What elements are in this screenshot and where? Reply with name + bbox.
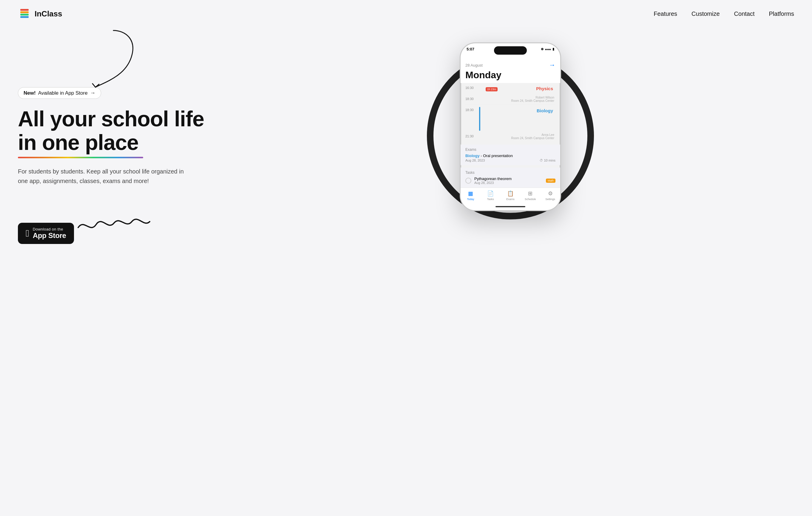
teacher-name: Robert Wilson — [483, 96, 554, 99]
tasks-tab-icon: 📄 — [487, 190, 494, 197]
teacher-name: Anna Lee — [483, 133, 554, 136]
tab-exams-label: Exams — [506, 198, 515, 201]
settings-tab-icon: ⚙ — [548, 190, 553, 197]
task-date: Aug 28, 2023 — [474, 181, 543, 185]
hero-headline: All your school life in one place — [18, 107, 227, 154]
rainbow-underline — [18, 157, 143, 158]
task-content: Pythagorean theorem Aug 28, 2023 — [474, 176, 543, 185]
tab-schedule[interactable]: ⊞ Schedule — [523, 190, 538, 201]
home-indicator — [461, 204, 560, 210]
schedule-tab-icon: ⊞ — [528, 190, 532, 197]
phone-date-text: 28 August — [465, 63, 483, 67]
exam-title: Biology - Oral presentation — [465, 154, 555, 158]
badge-new-label: New! — [24, 90, 36, 96]
exams-section-title: Exams — [465, 147, 555, 152]
schedule-list: 16:30 1h 23m Physics — [461, 83, 560, 142]
navigation: InClass Features Customize Contact Platf… — [0, 0, 812, 27]
exam-duration: ⏱ 10 mins — [540, 159, 555, 162]
phone-date-row: 28 August → — [465, 61, 555, 69]
today-tab-icon: ▦ — [468, 190, 473, 197]
biology-details: 21:30 Anna Lee Room 24, Smith Campus Cen… — [465, 133, 555, 142]
nav-features[interactable]: Features — [654, 10, 677, 17]
room-info: Room 24, Smith Campus Center — [483, 99, 554, 102]
end-time: 21:30 — [465, 134, 474, 138]
table-row: 16:30 1h 23m Physics — [465, 83, 555, 95]
hero-right: 5:07 ⊛ ●●● ▮ 28 August → Monday — [227, 33, 794, 211]
hero-subtext: For students by students. Keep all your … — [18, 167, 191, 186]
appstore-large-label: App Store — [33, 232, 66, 240]
phone-header: 28 August → Monday — [461, 57, 560, 83]
signal-icon: ●●● — [545, 48, 551, 51]
apple-icon:  — [26, 228, 29, 239]
tab-settings-label: Settings — [545, 198, 555, 201]
tab-settings[interactable]: ⚙ Settings — [543, 190, 558, 201]
tasks-section-title: Tasks — [465, 170, 555, 175]
subject-physics: Physics — [536, 86, 553, 91]
hero-section: New! Available in App Store → All your s… — [0, 27, 812, 516]
add-button[interactable]: → — [549, 61, 555, 69]
phone-tabbar: ▦ Today 📄 Tasks 📋 Exams ⊞ Schedule ⚙ — [461, 188, 560, 204]
exam-date-text: Aug 28, 2023 — [465, 159, 485, 162]
svg-rect-0 — [20, 9, 29, 11]
time-badge: 1h 23m — [486, 87, 498, 91]
headline-line2: in one place — [18, 131, 138, 154]
exam-subject-link[interactable]: Biology — [465, 154, 480, 158]
logo-text: InClass — [35, 9, 62, 19]
home-bar — [495, 206, 525, 207]
exam-title-rest: - Oral presentation — [480, 154, 513, 158]
hero-left: New! Available in App Store → All your s… — [18, 33, 227, 244]
appstore-button[interactable]:  Download on the App Store — [18, 223, 74, 244]
phone-notch — [494, 46, 527, 55]
tasks-section: Tasks Pythagorean theorem Aug 28, 2023 M… — [461, 167, 560, 188]
tab-schedule-label: Schedule — [525, 198, 536, 201]
task-title: Pythagorean theorem — [474, 176, 543, 181]
time-col: 18:30 — [465, 107, 479, 112]
svg-rect-1 — [20, 11, 29, 13]
appstore-small-label: Download on the — [33, 227, 63, 232]
logo[interactable]: InClass — [18, 7, 62, 20]
phone-mockup: 5:07 ⊛ ●●● ▮ 28 August → Monday — [460, 43, 561, 211]
physics-details: 18:30 Robert Wilson Room 24, Smith Campu… — [465, 95, 555, 105]
subject-bar-blue — [479, 107, 480, 131]
status-time: 5:07 — [467, 47, 474, 51]
subject-biology: Biology — [536, 108, 553, 113]
svg-rect-2 — [20, 14, 29, 16]
tab-tasks-label: Tasks — [487, 198, 494, 201]
start-time: 18:30 — [465, 108, 474, 112]
task-checkbox[interactable] — [465, 178, 471, 184]
svg-rect-3 — [20, 16, 29, 18]
tab-today[interactable]: ▦ Today — [463, 190, 478, 201]
time-col: 16:30 — [465, 85, 479, 89]
exams-tab-icon: 📋 — [507, 190, 514, 197]
headline-line1: All your school life — [18, 107, 204, 131]
room-info: Room 24, Smith Campus Center — [483, 136, 554, 140]
phone-day: Monday — [465, 70, 555, 81]
arrow-doodle — [60, 27, 149, 93]
appstore-text-block: Download on the App Store — [33, 227, 66, 240]
logo-icon — [18, 7, 31, 20]
start-time: 16:30 — [465, 86, 474, 89]
task-tag: Math — [546, 179, 555, 183]
list-item: Biology - Oral presentation Aug 28, 2023… — [465, 154, 555, 162]
end-time-col: 18:30 — [465, 96, 479, 102]
exams-section: Exams Biology - Oral presentation Aug 28… — [461, 144, 560, 165]
tab-tasks[interactable]: 📄 Tasks — [483, 190, 498, 201]
end-time-col: 21:30 — [465, 133, 479, 140]
wave-doodle — [75, 213, 153, 237]
nav-customize[interactable]: Customize — [692, 10, 720, 17]
list-item: Pythagorean theorem Aug 28, 2023 Math — [465, 176, 555, 185]
nav-links: Features Customize Contact Platforms — [654, 10, 794, 17]
end-time: 18:30 — [465, 97, 474, 101]
wifi-icon: ⊛ — [541, 47, 544, 51]
exam-date-row: Aug 28, 2023 ⏱ 10 mins — [465, 159, 555, 162]
tab-today-label: Today — [467, 198, 474, 201]
tab-exams[interactable]: 📋 Exams — [503, 190, 518, 201]
battery-icon: ▮ — [552, 47, 554, 51]
nav-platforms[interactable]: Platforms — [769, 10, 794, 17]
table-row: 18:30 Biology — [465, 105, 555, 133]
nav-contact[interactable]: Contact — [734, 10, 755, 17]
